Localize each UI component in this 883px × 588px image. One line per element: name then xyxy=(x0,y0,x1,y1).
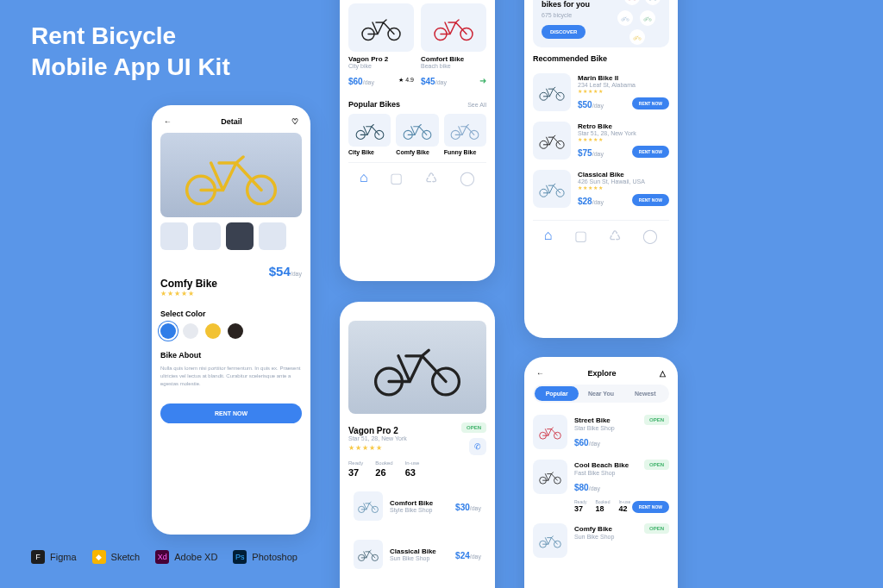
product-hero-image xyxy=(160,133,302,217)
thumbnail[interactable] xyxy=(160,222,188,250)
back-icon[interactable]: ← xyxy=(164,117,172,126)
nav-home-icon[interactable]: ⌂ xyxy=(360,170,368,186)
hero-card: Find the best bikes for you 675 bicycle … xyxy=(533,0,669,47)
figma-icon: F xyxy=(31,550,45,564)
rating: ★ 4.9 xyxy=(398,77,414,84)
screen-title: Explore xyxy=(587,369,616,378)
about-text: Nulla quis lorem nisi porttitor fermentu… xyxy=(160,365,302,388)
sketch-icon: ◆ xyxy=(92,550,106,564)
thumbnail-row xyxy=(160,222,302,250)
product-card[interactable]: Vagon Pro 2 City bike $60/day ★ 4.9 xyxy=(348,3,414,88)
nav-profile-icon[interactable]: ◯ xyxy=(460,170,475,186)
product-card[interactable]: Comfort Bike Beach bike $45/day ➜ xyxy=(421,3,486,88)
star-rating: ★★★★★ xyxy=(348,444,407,452)
open-badge: OPEN xyxy=(461,422,486,433)
shop-hero-image xyxy=(348,321,486,414)
go-icon[interactable]: ➜ xyxy=(479,76,486,85)
phone-detail: ← Detail ♡ Comfy Bike ★★★★★ $54/day Sele… xyxy=(152,105,310,535)
tab-bar: Popular Near You Newest xyxy=(533,385,669,403)
nav-calendar-icon[interactable]: ▢ xyxy=(574,228,587,244)
shop-location: Star 51, 28, New York xyxy=(348,435,407,441)
popular-title: Popular Bikes xyxy=(348,100,400,109)
thumbnail[interactable] xyxy=(226,222,254,250)
see-all-link[interactable]: See All xyxy=(467,102,486,108)
recommended-item[interactable]: Marin Bike II 234 Leaf St, Alabama ★★★★★… xyxy=(533,68,669,116)
recommended-item[interactable]: Retro Bike Star 51, 28, New York ★★★★★ $… xyxy=(533,116,669,165)
color-option[interactable] xyxy=(228,323,243,339)
popular-card[interactable]: Funny Bike xyxy=(444,114,486,155)
rent-now-button[interactable]: RENT NOW xyxy=(632,97,669,109)
nav-profile-icon[interactable]: ◯ xyxy=(642,228,658,244)
tab-popular[interactable]: Popular xyxy=(535,386,579,401)
heart-icon[interactable]: ♡ xyxy=(291,117,298,126)
color-picker xyxy=(160,323,302,339)
phone-shop-detail: Vagon Pro 2 Star 51, 28, New York ★★★★★ … xyxy=(340,302,495,588)
bottom-nav: ⌂ ▢ ♺ ◯ xyxy=(533,220,669,246)
related-item[interactable]: Classical Bike Sun Bike Shop $24/day xyxy=(348,535,486,574)
popular-card[interactable]: Comfy Bike xyxy=(396,114,438,155)
color-option[interactable] xyxy=(205,323,221,339)
shop-name: Vagon Pro 2 xyxy=(348,426,407,435)
recommended-item[interactable]: Classical Bike 426 Sun St, Hawaii, USA ★… xyxy=(533,165,669,213)
product-category: City bike xyxy=(348,63,414,69)
thumbnail[interactable] xyxy=(193,222,221,250)
discover-button[interactable]: DISCOVER xyxy=(542,25,586,39)
select-color-label: Select Color xyxy=(160,310,302,318)
bottom-nav: ⌂ ▢ ♺ ◯ xyxy=(348,162,486,188)
product-name: Comfy Bike xyxy=(160,278,217,290)
color-option[interactable] xyxy=(160,323,176,339)
tab-newest[interactable]: Newest xyxy=(623,386,667,401)
thumbnail[interactable] xyxy=(259,222,286,250)
nav-bike-icon[interactable]: ♺ xyxy=(425,170,437,186)
popular-card[interactable]: City Bike xyxy=(348,114,391,155)
phone-home: ≡ Home △ Find the best bikes for you 675… xyxy=(524,0,678,338)
tool-sketch: ◆Sketch xyxy=(92,550,141,564)
rent-now-button[interactable]: RENT NOW xyxy=(632,194,669,206)
phone-explore: ← Explore △ Popular Near You Newest Stre… xyxy=(524,357,678,588)
rent-now-button[interactable]: RENT NOW xyxy=(160,403,302,423)
tool-photoshop: PsPhotoshop xyxy=(233,550,297,564)
tool-adobe-xd: XdAdobe XD xyxy=(155,550,217,564)
phone-listing: Vagon Pro 2 City bike $60/day ★ 4.9 Comf… xyxy=(340,0,495,281)
photoshop-icon: Ps xyxy=(233,550,247,564)
product-name: Vagon Pro 2 xyxy=(348,55,414,63)
rent-now-button[interactable]: RENT NOW xyxy=(632,146,669,158)
price-value: $54 xyxy=(269,264,291,278)
product-category: Beach bike xyxy=(421,63,486,69)
screen-title: Detail xyxy=(221,117,242,126)
back-icon[interactable]: ← xyxy=(536,369,544,378)
phone-icon[interactable]: ✆ xyxy=(469,438,486,455)
rent-now-button[interactable]: RENT NOW xyxy=(632,501,669,513)
tool-figma: FFigma xyxy=(31,550,77,564)
about-title: Bike About xyxy=(160,351,302,360)
explore-item[interactable]: Comfy BikeOPEN Sun Bike Shop xyxy=(533,518,669,563)
related-item[interactable]: Comfort Bike Style Bike Shop $30/day xyxy=(348,486,486,526)
recommended-title: Recommended Bike xyxy=(533,54,669,63)
nav-home-icon[interactable]: ⌂ xyxy=(544,228,553,244)
explore-item[interactable]: Cool Beach BikeOPEN Fast Bike Shop $80/d… xyxy=(533,454,669,518)
color-option[interactable] xyxy=(183,323,198,339)
bell-icon[interactable]: △ xyxy=(660,369,666,378)
product-name: Comfort Bike xyxy=(421,55,486,63)
tools-row: FFigma ◆Sketch XdAdobe XD PsPhotoshop xyxy=(31,550,297,564)
adobe-xd-icon: Xd xyxy=(155,550,169,564)
hero-title: Rent Bicycle Mobile App UI Kit xyxy=(31,21,230,84)
tab-near-you[interactable]: Near You xyxy=(579,386,623,401)
nav-bike-icon[interactable]: ♺ xyxy=(609,228,621,244)
explore-item[interactable]: Street BikeOPEN Star Bike Shop $60/day xyxy=(533,410,669,454)
hero-text: Find the best bikes for you xyxy=(542,0,602,9)
nav-calendar-icon[interactable]: ▢ xyxy=(390,170,403,186)
star-rating: ★★★★★ xyxy=(160,290,217,297)
